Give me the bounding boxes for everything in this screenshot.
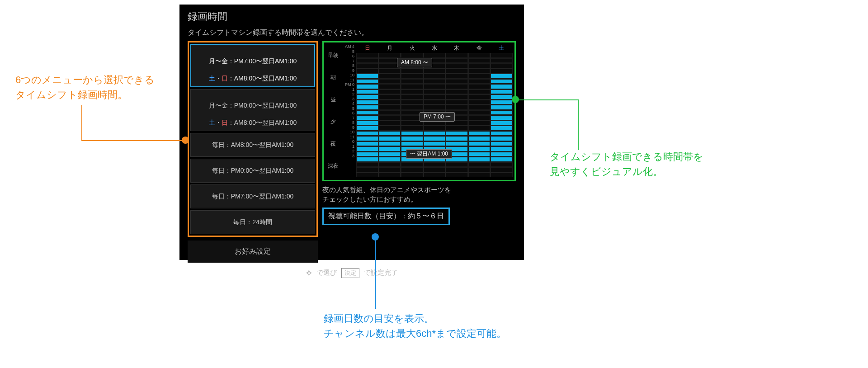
grid-cell bbox=[491, 121, 513, 126]
grid-cell bbox=[446, 90, 468, 94]
grid-cell bbox=[401, 74, 423, 79]
grid-cell bbox=[401, 84, 423, 89]
grid-cell bbox=[468, 126, 491, 131]
grid-cell bbox=[401, 94, 423, 99]
grid-cell bbox=[468, 90, 491, 94]
preset-item-5[interactable]: 毎日：24時間 bbox=[190, 210, 315, 234]
day-header: 日 月 火 水 木 金 土 bbox=[356, 44, 513, 52]
schedule-grid: 日 月 火 水 木 金 土 AM 8:00 〜 PM 7:00 〜 〜 翌日AM… bbox=[356, 44, 513, 177]
grid-cell bbox=[468, 105, 491, 110]
sun-label: 日 bbox=[222, 75, 228, 82]
grid-cell bbox=[379, 131, 401, 136]
grid-cell bbox=[446, 100, 468, 105]
callout-am8: AM 8:00 〜 bbox=[397, 58, 432, 67]
grid-cell bbox=[401, 69, 423, 74]
annotation-orange: 6つのメニューから選択できる タイムシフト録画時間。 bbox=[15, 72, 155, 102]
hour-labels: AM 4567891011PM 012345678910110123 bbox=[343, 44, 354, 177]
grid-cell bbox=[468, 136, 491, 141]
grid-cell bbox=[468, 110, 491, 115]
grid-cell bbox=[468, 79, 491, 84]
grid-cell bbox=[491, 162, 513, 167]
grid-cell bbox=[379, 157, 401, 162]
grid-cell bbox=[379, 84, 401, 89]
grid-cell bbox=[468, 94, 491, 99]
grid-cell bbox=[356, 100, 378, 105]
grid-cell bbox=[379, 94, 401, 99]
grid-cell bbox=[491, 167, 513, 172]
grid-cell bbox=[356, 84, 378, 89]
grid-cell bbox=[468, 115, 491, 120]
grid-cell bbox=[446, 173, 468, 178]
screen-title: 録画時間 bbox=[188, 10, 516, 24]
grid-cell bbox=[446, 131, 468, 136]
grid-cell bbox=[424, 53, 446, 58]
grid-cell bbox=[468, 121, 491, 126]
description-text: 夜の人気番組、休日のアニメやスポーツを チェックしたい方におすすめ。 bbox=[322, 185, 516, 204]
grid-cell bbox=[424, 84, 446, 89]
grid-cell bbox=[468, 146, 491, 151]
grid-cell bbox=[468, 100, 491, 105]
grid-cell bbox=[468, 84, 491, 89]
grid-cell bbox=[356, 136, 378, 141]
preset-item-4[interactable]: 毎日：PM7:00〜翌日AM1:00 bbox=[190, 184, 315, 208]
preset-item-2[interactable]: 毎日：AM8:00〜翌日AM1:00 bbox=[190, 133, 315, 157]
grid-cell bbox=[401, 126, 423, 131]
grid-cell bbox=[379, 173, 401, 178]
grid-cell bbox=[446, 79, 468, 84]
grid-cell bbox=[424, 74, 446, 79]
sat-label: 土 bbox=[209, 75, 215, 82]
grid-cell bbox=[446, 63, 468, 68]
grid-cell bbox=[379, 152, 401, 157]
grid-cell bbox=[446, 74, 468, 79]
grid-cell bbox=[401, 131, 423, 136]
annotation-green: タイムシフト録画できる時間帯を 見やすくビジュアル化。 bbox=[550, 149, 703, 179]
grid-cell bbox=[446, 69, 468, 74]
grid-cell bbox=[379, 53, 401, 58]
grid-cell bbox=[401, 53, 423, 58]
grid-cell bbox=[424, 131, 446, 136]
preset-item-1[interactable]: 月〜金：PM0:00〜翌日AM1:00 土・日：AM8:00〜翌日AM1:00 bbox=[190, 89, 315, 132]
grid-cell bbox=[468, 69, 491, 74]
grid-cell bbox=[491, 152, 513, 157]
grid-cell bbox=[424, 90, 446, 94]
grid-cell bbox=[379, 90, 401, 94]
grid-cell bbox=[356, 173, 378, 178]
grid-cell bbox=[491, 110, 513, 115]
grid-cell bbox=[401, 136, 423, 141]
custom-settings-button[interactable]: お好み設定 bbox=[188, 241, 318, 263]
grid-cell bbox=[468, 63, 491, 68]
grid-cell bbox=[446, 53, 468, 58]
grid-cell bbox=[491, 157, 513, 162]
grid-cell bbox=[356, 115, 378, 120]
preset-item-0[interactable]: 月〜金：PM7:00〜翌日AM1:00 土・日：AM8:00〜翌日AM1:00 bbox=[190, 44, 315, 87]
dpad-icon: ✥ bbox=[306, 269, 312, 277]
grid-cell bbox=[491, 126, 513, 131]
grid-cell bbox=[491, 90, 513, 94]
grid-cell bbox=[356, 105, 378, 110]
schedule-graph: 早朝 朝 昼 夕 夜 深夜 AM 4567891011PM 0123456789… bbox=[322, 41, 516, 181]
grid-cell bbox=[491, 136, 513, 141]
preset-item-3[interactable]: 毎日：PM0:00〜翌日AM1:00 bbox=[190, 159, 315, 183]
grid-cell bbox=[356, 110, 378, 115]
grid-cell bbox=[468, 142, 491, 146]
grid-cell bbox=[356, 162, 378, 167]
grid-cell bbox=[356, 126, 378, 131]
grid-cell bbox=[424, 142, 446, 146]
grid-cell bbox=[491, 105, 513, 110]
grid-cell bbox=[491, 131, 513, 136]
grid-cell bbox=[356, 79, 378, 84]
grid-cell bbox=[379, 136, 401, 141]
grid-cell bbox=[424, 167, 446, 172]
grid-cell bbox=[356, 131, 378, 136]
grid-cell bbox=[424, 173, 446, 178]
grid-cell bbox=[446, 94, 468, 99]
grid-cell bbox=[379, 126, 401, 131]
grid-cell bbox=[356, 63, 378, 68]
grid-cell bbox=[468, 58, 491, 63]
grid-cell bbox=[491, 74, 513, 79]
grid-cell bbox=[491, 69, 513, 74]
grid-cell bbox=[424, 79, 446, 84]
grid-cell bbox=[424, 69, 446, 74]
grid-cell bbox=[379, 79, 401, 84]
grid-cell bbox=[446, 142, 468, 146]
